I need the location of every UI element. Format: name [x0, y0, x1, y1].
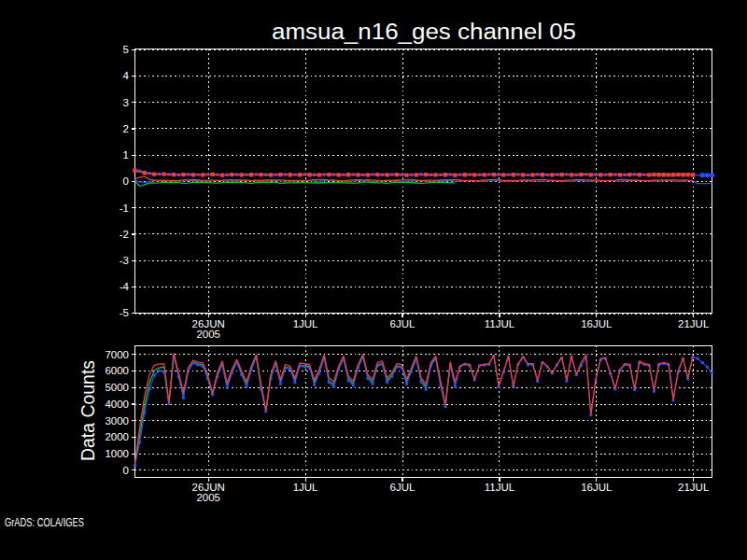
svg-text:0: 0 — [123, 175, 129, 187]
svg-text:11JUL: 11JUL — [485, 482, 515, 493]
svg-text:GrADS: COLA/IGES: GrADS: COLA/IGES — [5, 516, 84, 529]
svg-text:11JUL: 11JUL — [485, 318, 515, 329]
svg-text:-4: -4 — [120, 281, 130, 292]
svg-text:5: 5 — [123, 44, 129, 55]
svg-text:21JUL: 21JUL — [678, 482, 710, 493]
svg-text:6JUL: 6JUL — [390, 318, 416, 329]
svg-text:Data Counts: Data Counts — [77, 360, 98, 461]
svg-text:-1: -1 — [120, 203, 129, 214]
svg-text:-2: -2 — [120, 229, 129, 240]
svg-text:2005: 2005 — [196, 492, 220, 503]
svg-text:2: 2 — [123, 123, 129, 134]
svg-text:1000: 1000 — [105, 448, 129, 459]
svg-text:5000: 5000 — [105, 382, 129, 393]
svg-text:2005: 2005 — [196, 329, 220, 340]
svg-text:1JUL: 1JUL — [293, 482, 318, 493]
svg-text:3000: 3000 — [105, 415, 129, 427]
svg-text:4: 4 — [123, 70, 130, 81]
svg-text:16JUL: 16JUL — [581, 318, 613, 329]
svg-text:7000: 7000 — [105, 349, 129, 360]
svg-text:16JUL: 16JUL — [581, 482, 613, 493]
svg-text:3: 3 — [123, 97, 129, 108]
svg-text:0: 0 — [123, 465, 129, 476]
svg-text:6000: 6000 — [105, 365, 129, 376]
svg-text:1: 1 — [123, 149, 129, 161]
svg-text:6JUL: 6JUL — [390, 482, 416, 493]
svg-text:amsua_n16_ges channel 05: amsua_n16_ges channel 05 — [272, 20, 576, 44]
svg-text:-3: -3 — [120, 255, 129, 266]
svg-text:1JUL: 1JUL — [293, 318, 318, 329]
svg-text:2000: 2000 — [105, 431, 129, 442]
svg-text:4000: 4000 — [105, 399, 129, 410]
svg-text:-5: -5 — [120, 307, 129, 318]
svg-text:21JUL: 21JUL — [678, 318, 710, 329]
